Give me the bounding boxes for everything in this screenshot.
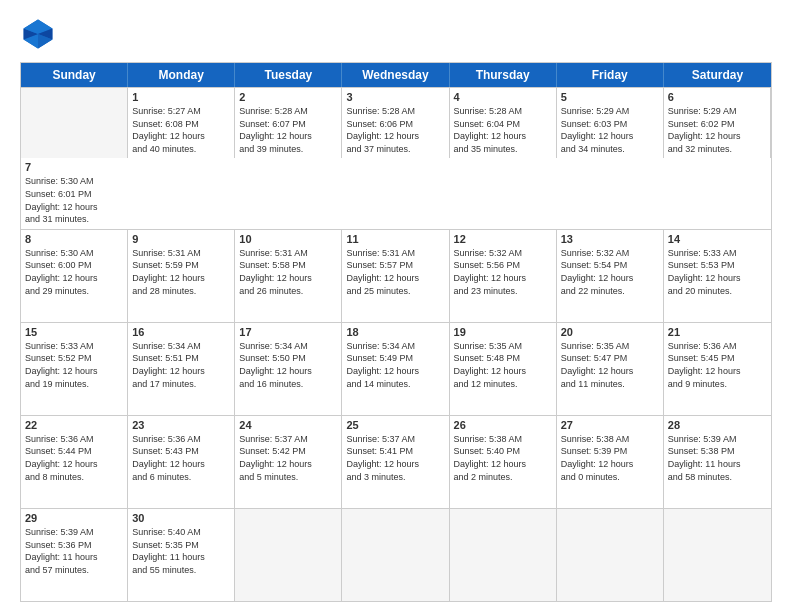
day-info: Sunrise: 5:33 AMSunset: 5:52 PMDaylight:… [25, 340, 123, 390]
day-cell-13: 13Sunrise: 5:32 AMSunset: 5:54 PMDayligh… [557, 230, 664, 322]
day-cell-19: 19Sunrise: 5:35 AMSunset: 5:48 PMDayligh… [450, 323, 557, 415]
weekday-header-friday: Friday [557, 63, 664, 87]
weekday-header-wednesday: Wednesday [342, 63, 449, 87]
day-info: Sunrise: 5:28 AMSunset: 6:04 PMDaylight:… [454, 105, 552, 155]
day-cell-6: 6Sunrise: 5:29 AMSunset: 6:02 PMDaylight… [664, 88, 771, 158]
day-number: 28 [668, 419, 767, 431]
day-cell-22: 22Sunrise: 5:36 AMSunset: 5:44 PMDayligh… [21, 416, 128, 508]
empty-cell-4-6 [664, 509, 771, 601]
day-cell-27: 27Sunrise: 5:38 AMSunset: 5:39 PMDayligh… [557, 416, 664, 508]
calendar-page: SundayMondayTuesdayWednesdayThursdayFrid… [0, 0, 792, 612]
day-info: Sunrise: 5:31 AMSunset: 5:57 PMDaylight:… [346, 247, 444, 297]
weekday-header-sunday: Sunday [21, 63, 128, 87]
day-number: 13 [561, 233, 659, 245]
day-cell-8: 8Sunrise: 5:30 AMSunset: 6:00 PMDaylight… [21, 230, 128, 322]
weekday-header-saturday: Saturday [664, 63, 771, 87]
day-info: Sunrise: 5:36 AMSunset: 5:44 PMDaylight:… [25, 433, 123, 483]
day-info: Sunrise: 5:37 AMSunset: 5:41 PMDaylight:… [346, 433, 444, 483]
day-cell-15: 15Sunrise: 5:33 AMSunset: 5:52 PMDayligh… [21, 323, 128, 415]
day-info: Sunrise: 5:40 AMSunset: 5:35 PMDaylight:… [132, 526, 230, 576]
day-info: Sunrise: 5:29 AMSunset: 6:02 PMDaylight:… [668, 105, 766, 155]
header [20, 16, 772, 52]
day-cell-12: 12Sunrise: 5:32 AMSunset: 5:56 PMDayligh… [450, 230, 557, 322]
day-info: Sunrise: 5:38 AMSunset: 5:40 PMDaylight:… [454, 433, 552, 483]
day-number: 15 [25, 326, 123, 338]
day-cell-17: 17Sunrise: 5:34 AMSunset: 5:50 PMDayligh… [235, 323, 342, 415]
calendar-row-2: 15Sunrise: 5:33 AMSunset: 5:52 PMDayligh… [21, 322, 771, 415]
day-number: 9 [132, 233, 230, 245]
day-number: 11 [346, 233, 444, 245]
day-number: 26 [454, 419, 552, 431]
day-info: Sunrise: 5:39 AMSunset: 5:38 PMDaylight:… [668, 433, 767, 483]
day-number: 3 [346, 91, 444, 103]
calendar-header-row: SundayMondayTuesdayWednesdayThursdayFrid… [21, 63, 771, 87]
day-info: Sunrise: 5:34 AMSunset: 5:50 PMDaylight:… [239, 340, 337, 390]
day-cell-3: 3Sunrise: 5:28 AMSunset: 6:06 PMDaylight… [342, 88, 449, 158]
day-number: 20 [561, 326, 659, 338]
day-cell-24: 24Sunrise: 5:37 AMSunset: 5:42 PMDayligh… [235, 416, 342, 508]
day-number: 17 [239, 326, 337, 338]
day-number: 22 [25, 419, 123, 431]
logo [20, 16, 62, 52]
day-info: Sunrise: 5:36 AMSunset: 5:43 PMDaylight:… [132, 433, 230, 483]
day-number: 6 [668, 91, 766, 103]
day-number: 7 [25, 161, 124, 173]
day-cell-10: 10Sunrise: 5:31 AMSunset: 5:58 PMDayligh… [235, 230, 342, 322]
day-info: Sunrise: 5:31 AMSunset: 5:59 PMDaylight:… [132, 247, 230, 297]
day-cell-2: 2Sunrise: 5:28 AMSunset: 6:07 PMDaylight… [235, 88, 342, 158]
day-info: Sunrise: 5:38 AMSunset: 5:39 PMDaylight:… [561, 433, 659, 483]
day-info: Sunrise: 5:34 AMSunset: 5:49 PMDaylight:… [346, 340, 444, 390]
day-info: Sunrise: 5:35 AMSunset: 5:47 PMDaylight:… [561, 340, 659, 390]
day-info: Sunrise: 5:36 AMSunset: 5:45 PMDaylight:… [668, 340, 767, 390]
day-number: 1 [132, 91, 230, 103]
day-cell-25: 25Sunrise: 5:37 AMSunset: 5:41 PMDayligh… [342, 416, 449, 508]
calendar: SundayMondayTuesdayWednesdayThursdayFrid… [20, 62, 772, 602]
empty-cell-4-5 [557, 509, 664, 601]
day-cell-21: 21Sunrise: 5:36 AMSunset: 5:45 PMDayligh… [664, 323, 771, 415]
day-info: Sunrise: 5:32 AMSunset: 5:56 PMDaylight:… [454, 247, 552, 297]
day-cell-1: 1Sunrise: 5:27 AMSunset: 6:08 PMDaylight… [128, 88, 235, 158]
day-cell-9: 9Sunrise: 5:31 AMSunset: 5:59 PMDaylight… [128, 230, 235, 322]
day-number: 12 [454, 233, 552, 245]
day-info: Sunrise: 5:34 AMSunset: 5:51 PMDaylight:… [132, 340, 230, 390]
day-cell-26: 26Sunrise: 5:38 AMSunset: 5:40 PMDayligh… [450, 416, 557, 508]
day-info: Sunrise: 5:29 AMSunset: 6:03 PMDaylight:… [561, 105, 659, 155]
day-number: 16 [132, 326, 230, 338]
day-info: Sunrise: 5:33 AMSunset: 5:53 PMDaylight:… [668, 247, 767, 297]
day-number: 19 [454, 326, 552, 338]
weekday-header-monday: Monday [128, 63, 235, 87]
day-info: Sunrise: 5:31 AMSunset: 5:58 PMDaylight:… [239, 247, 337, 297]
day-number: 14 [668, 233, 767, 245]
day-number: 5 [561, 91, 659, 103]
day-info: Sunrise: 5:30 AMSunset: 6:01 PMDaylight:… [25, 175, 124, 225]
day-info: Sunrise: 5:37 AMSunset: 5:42 PMDaylight:… [239, 433, 337, 483]
day-info: Sunrise: 5:28 AMSunset: 6:06 PMDaylight:… [346, 105, 444, 155]
calendar-row-3: 22Sunrise: 5:36 AMSunset: 5:44 PMDayligh… [21, 415, 771, 508]
empty-cell-4-3 [342, 509, 449, 601]
calendar-row-1: 8Sunrise: 5:30 AMSunset: 6:00 PMDaylight… [21, 229, 771, 322]
day-number: 25 [346, 419, 444, 431]
day-cell-16: 16Sunrise: 5:34 AMSunset: 5:51 PMDayligh… [128, 323, 235, 415]
day-number: 24 [239, 419, 337, 431]
day-info: Sunrise: 5:39 AMSunset: 5:36 PMDaylight:… [25, 526, 123, 576]
day-number: 23 [132, 419, 230, 431]
weekday-header-thursday: Thursday [450, 63, 557, 87]
logo-icon [20, 16, 56, 52]
day-number: 18 [346, 326, 444, 338]
day-cell-28: 28Sunrise: 5:39 AMSunset: 5:38 PMDayligh… [664, 416, 771, 508]
day-cell-11: 11Sunrise: 5:31 AMSunset: 5:57 PMDayligh… [342, 230, 449, 322]
day-info: Sunrise: 5:30 AMSunset: 6:00 PMDaylight:… [25, 247, 123, 297]
day-number: 30 [132, 512, 230, 524]
empty-cell-0-0 [21, 88, 128, 158]
calendar-row-0: 1Sunrise: 5:27 AMSunset: 6:08 PMDaylight… [21, 87, 771, 229]
day-cell-30: 30Sunrise: 5:40 AMSunset: 5:35 PMDayligh… [128, 509, 235, 601]
day-cell-14: 14Sunrise: 5:33 AMSunset: 5:53 PMDayligh… [664, 230, 771, 322]
day-info: Sunrise: 5:28 AMSunset: 6:07 PMDaylight:… [239, 105, 337, 155]
day-info: Sunrise: 5:27 AMSunset: 6:08 PMDaylight:… [132, 105, 230, 155]
empty-cell-4-4 [450, 509, 557, 601]
day-cell-23: 23Sunrise: 5:36 AMSunset: 5:43 PMDayligh… [128, 416, 235, 508]
day-number: 4 [454, 91, 552, 103]
day-number: 29 [25, 512, 123, 524]
day-cell-18: 18Sunrise: 5:34 AMSunset: 5:49 PMDayligh… [342, 323, 449, 415]
day-info: Sunrise: 5:35 AMSunset: 5:48 PMDaylight:… [454, 340, 552, 390]
